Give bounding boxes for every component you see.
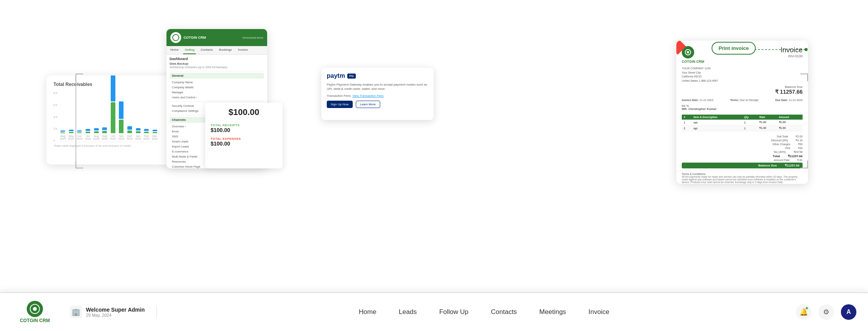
general-section: General xyxy=(170,73,264,79)
bracket-left-top xyxy=(75,74,83,81)
nav-date: 29 May, 2024 xyxy=(86,313,145,317)
settings-logo-label: COTGIN CRM xyxy=(184,36,206,39)
building-icon: 🏢 xyxy=(70,306,82,318)
company-name-item[interactable]: Company Name xyxy=(170,80,264,85)
bar-may: May2023 xyxy=(68,130,74,140)
bar-mar: Mar2024 xyxy=(152,130,158,140)
nav-logo-text: COTGIN CRM xyxy=(20,318,50,323)
invoice-logo-text: COTGIN CRM xyxy=(682,60,704,63)
bar-jun: Jun2023 xyxy=(77,130,83,140)
main-amount: $100.00 xyxy=(211,107,277,117)
paytm-badge: PG xyxy=(347,74,356,79)
receipts-label: TOTAL RECEIPTS xyxy=(211,123,277,127)
invoice-number: INV-0100 xyxy=(781,54,803,58)
nav-logo-circle xyxy=(27,301,43,317)
y-axis: 8 K 6 K 4 K 2 K 0 xyxy=(53,92,58,142)
settings-data-backup: Data Backup xyxy=(170,62,264,65)
bracket-left-bottom xyxy=(75,161,83,168)
nav-menu: Home Leads Follow Up Contacts Meetings I… xyxy=(172,305,796,319)
svg-point-1 xyxy=(687,51,689,53)
users-control-item[interactable]: Users and Control › xyxy=(170,95,264,100)
invoice-bill-to: Bill To MR. Christopher Kumar xyxy=(676,103,808,112)
manager-item[interactable]: Manager xyxy=(170,90,264,95)
nav-home[interactable]: Home xyxy=(357,305,378,319)
user-avatar-button[interactable]: A xyxy=(841,304,856,320)
invoice-title: Invoice xyxy=(781,46,803,54)
paytm-buttons: Sign Up Now Learn More xyxy=(327,101,428,108)
settings-nav: Home Setting Contacts Bookings Invoice xyxy=(166,46,267,55)
table-header-row: # Item & Description Qty Rate Amount xyxy=(682,115,803,120)
bottom-nav: COTGIN CRM 🏢 Welcome Super Admin 29 May,… xyxy=(0,292,868,331)
print-invoice-button[interactable]: Print invoice xyxy=(712,42,756,55)
company-details-item[interactable]: Company details xyxy=(170,85,264,90)
nav-company-info: Welcome Super Admin 29 May, 2024 xyxy=(86,307,145,317)
paytm-description: Paytm Payment Gateway enables you to acc… xyxy=(327,82,428,91)
nav-setting[interactable]: Setting xyxy=(183,46,196,54)
nav-followup[interactable]: Follow Up xyxy=(437,305,470,319)
expenses-value: $100.00 xyxy=(211,141,277,147)
total-receipts-row: TOTAL RECEIPTS $100.00 xyxy=(211,123,277,133)
invoice-balance-due: Balance Due ₹ 11257.66 xyxy=(676,83,808,97)
paytm-text: paytm xyxy=(327,72,345,79)
invoice-company-info: YOUR COMPANY 1234 Your Street City Calif… xyxy=(676,67,808,83)
nav-invoice[interactable]: Invoice xyxy=(587,305,611,319)
nav-contacts[interactable]: Contacts xyxy=(489,305,518,319)
nav-company-section: 🏢 Welcome Super Admin 29 May, 2024 xyxy=(70,306,157,318)
invoice-title-area: Invoice INV-0100 xyxy=(781,46,803,58)
settings-header-info: Unresolved items xyxy=(242,36,263,39)
invoice-logo-area: COTGIN CRM xyxy=(682,46,704,63)
paytm-fee: Transaction Fees: View Transaction Fees xyxy=(327,94,428,98)
receipts-value: $100.00 xyxy=(211,127,277,133)
nav-home[interactable]: Home xyxy=(169,46,180,54)
bracket-right-bottom xyxy=(800,161,808,168)
chart-bars: Aug2023 May2023 Jun2023 Jul2023 Aug2023 xyxy=(60,92,158,142)
invoice-table: # Item & Description Qty Rate Amount 1 x… xyxy=(682,115,803,131)
paytm-card: paytm PG Paytm Payment Gateway enables y… xyxy=(321,68,434,120)
bar-aug2: Aug2023 xyxy=(93,128,99,140)
bar-jul: Jul2023 xyxy=(85,129,91,140)
nav-right: 🔔 ⚙ A xyxy=(796,304,856,320)
nav-logo-inner xyxy=(30,304,40,314)
table-row: 2 xyz 1 ₹1.00 ₹1.00 xyxy=(682,125,803,131)
fee-link[interactable]: View Transaction Fees xyxy=(352,94,384,98)
bar-sep: Sep2023 xyxy=(101,127,108,140)
bar-oct: Oct2023 xyxy=(110,75,116,140)
bar-aug: Aug2023 xyxy=(60,130,66,140)
nav-leads[interactable]: Leads xyxy=(397,305,418,319)
settings-dashboard-label: Dashboard xyxy=(170,57,264,61)
receipts-card: $100.00 TOTAL RECEIPTS $100.00 TOTAL EXP… xyxy=(205,103,283,168)
settings-button[interactable]: ⚙ xyxy=(818,304,834,320)
learn-more-button[interactable]: Learn More xyxy=(356,101,380,108)
invoice-totals: Sub Total₹2.00 Discount (8%)₹0.16 Other … xyxy=(676,134,808,171)
settings-logo xyxy=(170,32,181,43)
settings-header: COTGIN CRM Unresolved items xyxy=(166,29,267,46)
bar-jan: Jan2024 xyxy=(135,128,141,140)
paytm-logo: paytm PG xyxy=(327,72,428,79)
bar-nov: Nov2023 xyxy=(118,101,125,140)
nav-meetings[interactable]: Meetings xyxy=(538,305,568,319)
nav-welcome: Welcome Super Admin xyxy=(86,307,145,313)
expenses-label: TOTAL EXPENSES xyxy=(211,137,277,141)
invoice-terms: Terms & Conditions All the payments made… xyxy=(676,171,808,184)
invoice-card: COTGIN CRM Invoice INV-0100 YOUR COMPANY… xyxy=(676,41,808,184)
invoice-meta: Invoice Date: 11-21-2023 Terms: Due on R… xyxy=(676,97,808,103)
total-expenses-row: TOTAL EXPENSES $100.00 xyxy=(211,137,277,147)
signup-button[interactable]: Sign Up Now xyxy=(327,101,353,108)
nav-invoice[interactable]: Invoice xyxy=(237,46,249,54)
bracket-right-top xyxy=(800,74,808,81)
invoice-logo-svg xyxy=(684,49,691,56)
table-row: 1 xss 1 ₹1.00 ₹1.00 xyxy=(682,120,803,125)
notification-dot xyxy=(805,307,808,310)
notification-button[interactable]: 🔔 xyxy=(796,304,811,320)
nav-logo-section: COTGIN CRM xyxy=(12,301,58,323)
bar-feb: Feb2024 xyxy=(143,129,149,140)
bar-dec: Dec2023 xyxy=(127,126,133,140)
nav-bookings[interactable]: Bookings xyxy=(218,46,233,54)
notification-wrapper: 🔔 xyxy=(796,304,811,320)
nav-contacts[interactable]: Contacts xyxy=(199,46,214,54)
settings-backup-desc: Autobackup schedules (up to 1000 full ba… xyxy=(170,66,264,69)
